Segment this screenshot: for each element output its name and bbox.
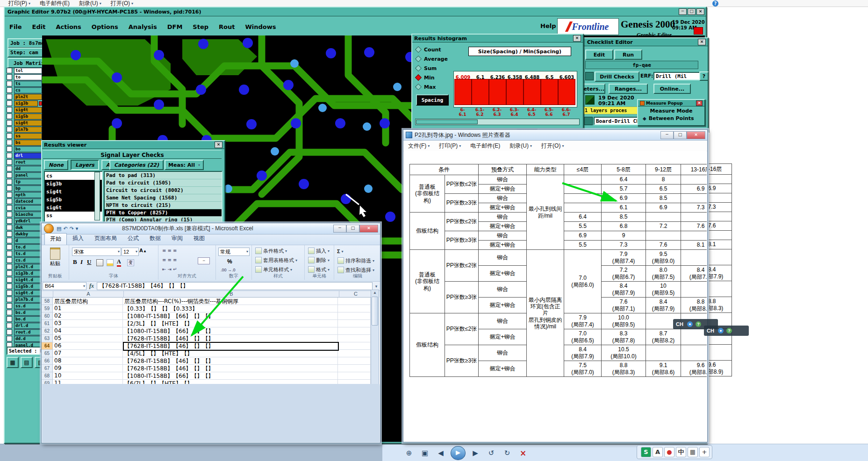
fill-color-button[interactable] (107, 259, 114, 266)
row-header-65[interactable]: 65 (42, 350, 53, 357)
layer-checkbox[interactable] (7, 74, 12, 80)
close-icon[interactable]: × (696, 8, 704, 15)
photo-menu-item[interactable]: 打开(O)▾ (541, 142, 564, 150)
layer-checkbox[interactable] (7, 68, 12, 73)
formula-expand-icon[interactable]: ▾ (373, 284, 380, 289)
column-header-B[interactable]: B (124, 291, 339, 298)
tab-公式[interactable]: 公式 (122, 233, 144, 245)
cell-c66[interactable] (338, 357, 371, 365)
cell-b67[interactable]: 【7628-IT-158B】【46】【】【】 (123, 365, 338, 372)
layer-checkbox[interactable] (7, 257, 12, 263)
merge-center-icon[interactable]: ⇔ (198, 257, 210, 264)
cell-a62[interactable]: 04 (53, 327, 123, 335)
result-layer-item[interactable]: sig3b (45, 180, 102, 188)
layer-name-sig4t-d[interactable]: sig4t.d (14, 277, 42, 283)
style-button-1[interactable]: 套用表格格式▾ (254, 256, 297, 264)
scrollbar-thumb[interactable] (416, 120, 478, 124)
result-layer-item[interactable]: cs (45, 172, 102, 180)
photo-menu-item[interactable]: 刻录(U)▾ (509, 142, 532, 150)
layer-name-bp[interactable]: bp (14, 185, 42, 191)
layer-row[interactable]: npth (6, 191, 42, 198)
layer-row[interactable]: sig6t.d (6, 290, 42, 296)
ime-dot-icon[interactable]: ● (687, 321, 693, 327)
layer-list-scrollbar[interactable] (94, 172, 100, 220)
layer-name-dd-d[interactable]: dd.d (14, 336, 42, 342)
stat-toggle-count[interactable]: Count (415, 45, 452, 54)
layer-checkbox[interactable] (7, 251, 12, 256)
layer-checkbox[interactable] (7, 225, 12, 230)
layer-row[interactable]: to.d (6, 244, 42, 250)
menu-rout[interactable]: Rout (219, 23, 235, 30)
qat-dropdown-icon[interactable]: ▾ (76, 226, 79, 232)
layer-row[interactable]: sig4t.d (6, 277, 42, 283)
cell-b61[interactable]: 【2/3L】【】【HTE】【】 (123, 320, 338, 327)
cell-a59[interactable]: 01 (53, 305, 123, 312)
tab-开始[interactable]: 开始 (44, 233, 67, 245)
layer-name-bo-d[interactable]: bo.d (14, 316, 42, 322)
slideshow-icon[interactable]: ▶ (451, 446, 466, 460)
layer-row[interactable]: bs (6, 139, 42, 146)
row-header-68[interactable]: 68 (42, 372, 53, 380)
align-middle-icon[interactable]: ≡ ≡ ≡ (162, 257, 177, 262)
menu-actions[interactable]: Actions (56, 23, 81, 30)
cells-button-1[interactable]: 删除▾ (307, 256, 330, 264)
layer-row[interactable]: sig3b.d (6, 270, 42, 277)
paste-button[interactable]: 粘贴 (47, 247, 64, 269)
layer-checkbox[interactable] (7, 179, 12, 184)
border-button[interactable] (96, 259, 103, 266)
cell-c59[interactable] (338, 305, 371, 312)
layer-name-cvia[interactable]: cvia (14, 205, 42, 211)
save-icon[interactable]: ▤ (57, 226, 61, 232)
close-icon[interactable]: × (698, 39, 706, 45)
bold-button[interactable]: B (73, 258, 77, 266)
layer-name-sig6t[interactable]: sig6t (14, 120, 42, 126)
ime-dot-icon[interactable]: ● (718, 328, 724, 333)
layer-name-bs-d[interactable]: bs.d (14, 310, 42, 316)
layer-row[interactable]: sig6t (6, 120, 42, 126)
stat-toggle-average[interactable]: Average (415, 54, 452, 64)
layer-name-ss-d[interactable]: ss.d (14, 303, 42, 309)
layer-row[interactable]: cs (6, 87, 42, 93)
measure-mode-row[interactable]: ◆ Between Points (643, 115, 694, 121)
grid-corner[interactable] (42, 291, 53, 298)
row-header-64[interactable]: 64 (42, 342, 53, 350)
menu-help[interactable]: Help (540, 22, 556, 29)
result-layer-item[interactable]: sig5b (45, 196, 102, 204)
tab-数据[interactable]: 数据 (144, 233, 166, 245)
layer-row[interactable]: biaozhu (6, 211, 42, 218)
next-icon[interactable]: ▶ (469, 447, 481, 459)
cells-button-0[interactable]: 插入▾ (307, 247, 330, 255)
ime-help-icon[interactable]: ? (696, 321, 701, 327)
layer-row[interactable]: pln2t (6, 93, 42, 100)
layer-name-pln7b-d[interactable]: pln7b.d (14, 297, 42, 303)
cell-c64[interactable] (338, 342, 371, 350)
result-category-item[interactable]: Pad to pad (313) (105, 172, 222, 179)
close-icon[interactable]: × (696, 100, 703, 106)
stat-toggle-max[interactable]: Max (415, 82, 452, 92)
result-layer-item[interactable]: ss (45, 212, 102, 220)
align-top-icon[interactable]: ≡ ≡ ≡ (162, 248, 177, 253)
layer-row[interactable]: bp (6, 185, 42, 191)
tab-视图[interactable]: 视图 (188, 233, 210, 245)
layer-checkbox[interactable] (7, 316, 12, 322)
undo-icon[interactable]: ↶ (63, 226, 67, 232)
layer-row[interactable]: panel (6, 172, 42, 178)
layer-checkbox[interactable] (7, 199, 12, 204)
layer-row[interactable]: d (6, 237, 42, 244)
layer-checkbox[interactable] (7, 146, 12, 152)
row-header-58[interactable]: 58 (42, 298, 53, 305)
layer-checkbox[interactable] (7, 238, 12, 243)
layer-row[interactable]: pln7b (6, 126, 42, 133)
layer-name-sig4t[interactable]: sig4t (14, 107, 42, 113)
cell-a67[interactable]: 09 (53, 365, 123, 372)
layer-checkbox[interactable] (7, 120, 12, 126)
result-category-item[interactable]: NPTH to circuit (215) (105, 202, 222, 209)
layer-checkbox[interactable] (7, 94, 12, 99)
cell-b60[interactable]: 【1080-IT-158B】【66】【】【】 (123, 312, 338, 320)
layer-row[interactable]: datecod (6, 198, 42, 205)
layer-checkbox[interactable] (7, 329, 12, 335)
font-name-select[interactable]: 宋体▾ (72, 248, 121, 256)
cell-a60[interactable]: 02 (53, 312, 123, 320)
cell-c68[interactable] (338, 372, 371, 380)
column-header-C[interactable]: C (339, 291, 373, 298)
